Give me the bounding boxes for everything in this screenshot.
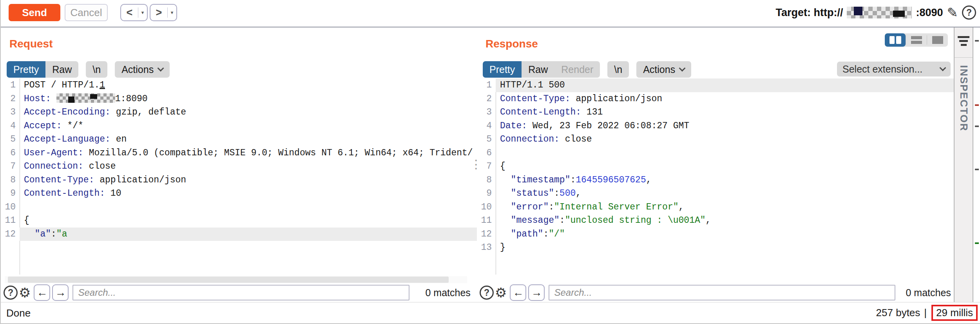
line-content[interactable]: HTTP/1.1 500: [496, 78, 954, 92]
line-number: 9: [477, 187, 496, 200]
search-help-icon[interactable]: [4, 286, 18, 300]
response-search-input[interactable]: [549, 285, 895, 300]
line-content[interactable]: User-Agent: Mozilla/5.0 (compatible; MSI…: [20, 146, 477, 160]
editor-line[interactable]: 8 "timestamp":1645596507625,: [477, 173, 954, 187]
request-horizontal-scrollbar[interactable]: [5, 276, 467, 283]
request-tab-raw[interactable]: Raw: [45, 61, 78, 78]
search-help-icon[interactable]: [480, 286, 494, 300]
editor-line[interactable]: 12 "path":"/": [477, 228, 954, 241]
search-prev-button[interactable]: [510, 284, 526, 301]
editor-line[interactable]: 4Date: Wed, 23 Feb 2022 06:08:27 GMT: [477, 119, 954, 133]
editor-line[interactable]: 2Content-Type: application/json: [477, 92, 954, 106]
search-next-button[interactable]: [528, 284, 545, 301]
columns-layout-icon: [889, 36, 895, 44]
request-panel: Request Pretty Raw \n Actions 1POST / HT…: [1, 27, 477, 302]
request-tab-newline[interactable]: \n: [86, 61, 107, 78]
response-editor[interactable]: 1HTTP/1.1 5002Content-Type: application/…: [477, 78, 954, 275]
line-content[interactable]: {: [496, 160, 954, 173]
editor-line[interactable]: 6: [477, 146, 954, 160]
editor-line[interactable]: 6User-Agent: Mozilla/5.0 (compatible; MS…: [1, 146, 477, 160]
line-content[interactable]: {: [20, 214, 477, 228]
editor-line[interactable]: 7{: [477, 160, 954, 173]
editor-line[interactable]: 8Content-Type: application/json: [1, 173, 477, 187]
line-content[interactable]: Content-Type: application/json: [496, 92, 954, 106]
back-request-button[interactable]: [120, 4, 148, 21]
request-tab-pretty[interactable]: Pretty: [7, 61, 45, 78]
select-extension-dropdown[interactable]: Select extension...: [837, 62, 951, 76]
send-button[interactable]: Send: [9, 4, 60, 21]
line-content[interactable]: Content-Length: 10: [20, 187, 477, 200]
editor-line[interactable]: 5Connection: close: [477, 133, 954, 146]
editor-line[interactable]: 1HTTP/1.1 500: [477, 78, 954, 92]
editor-line[interactable]: 2Host: 1:8090: [1, 92, 477, 106]
search-settings-icon[interactable]: [495, 286, 507, 299]
chevron-down-icon: [158, 65, 164, 72]
editor-line[interactable]: 12 "a":"a: [1, 228, 477, 241]
line-content[interactable]: [20, 200, 477, 214]
editor-line[interactable]: 1POST / HTTP/1.1: [1, 78, 477, 92]
search-settings-icon[interactable]: [19, 286, 31, 299]
line-content[interactable]: [496, 146, 954, 160]
editor-line[interactable]: 11 "message":"unclosed string : \u001A",: [477, 214, 954, 228]
line-content[interactable]: "a":"a: [20, 228, 477, 241]
response-tab-newline[interactable]: \n: [607, 61, 629, 78]
line-content[interactable]: Accept-Encoding: gzip, deflate: [20, 106, 477, 119]
editor-line[interactable]: 5Accept-Language: en: [1, 133, 477, 146]
editor-line[interactable]: 9Content-Length: 10: [1, 187, 477, 200]
forward-request-button[interactable]: [150, 4, 177, 21]
search-prev-button[interactable]: [34, 284, 50, 301]
cancel-button[interactable]: Cancel: [65, 4, 108, 21]
editor-line[interactable]: 3Accept-Encoding: gzip, deflate: [1, 106, 477, 119]
inspector-tab[interactable]: INSPECTOR: [958, 65, 970, 131]
columns-layout-button[interactable]: [885, 33, 906, 47]
line-content[interactable]: Accept-Language: en: [20, 133, 477, 146]
editor-line[interactable]: 11{: [1, 214, 477, 228]
request-actions-button[interactable]: Actions: [115, 61, 170, 78]
line-content[interactable]: Host: 1:8090: [20, 92, 477, 106]
editor-line[interactable]: 13}: [477, 241, 954, 255]
line-content[interactable]: Content-Length: 131: [496, 106, 954, 119]
line-content[interactable]: "timestamp":1645596507625,: [496, 173, 954, 187]
editor-line[interactable]: 7Connection: close: [1, 160, 477, 173]
inspector-collapse-icon[interactable]: [955, 36, 973, 46]
line-content[interactable]: Content-Type: application/json: [20, 173, 477, 187]
back-dropdown-icon[interactable]: [138, 10, 147, 15]
response-tab-raw[interactable]: Raw: [522, 61, 554, 78]
line-content[interactable]: Connection: close: [496, 133, 954, 146]
line-content[interactable]: }: [496, 241, 954, 255]
forward-dropdown-icon[interactable]: [168, 10, 176, 15]
line-number: 7: [477, 160, 496, 173]
forward-icon[interactable]: [150, 7, 167, 19]
response-search-bar: 0 matches: [477, 284, 954, 301]
request-match-count: 0 matches: [425, 287, 470, 299]
line-number: 8: [477, 173, 496, 187]
line-content[interactable]: "status":500,: [496, 187, 954, 200]
line-content[interactable]: Date: Wed, 23 Feb 2022 06:08:27 GMT: [496, 119, 954, 133]
editor-line[interactable]: 10: [1, 200, 477, 214]
response-actions-button[interactable]: Actions: [636, 61, 691, 78]
line-content[interactable]: "message":"unclosed string : \u001A",: [496, 214, 954, 228]
scrollbar-thumb[interactable]: [8, 277, 449, 283]
search-next-button[interactable]: [52, 284, 69, 301]
line-content[interactable]: POST / HTTP/1.1: [20, 78, 477, 92]
line-number: 11: [477, 214, 496, 228]
line-content[interactable]: "error":"Internal Server Error",: [496, 200, 954, 214]
rows-layout-button[interactable]: [906, 33, 927, 47]
edit-target-icon[interactable]: [947, 6, 958, 19]
response-tab-pretty[interactable]: Pretty: [483, 61, 522, 78]
line-content[interactable]: "path":"/": [496, 228, 954, 241]
line-number: 12: [1, 228, 20, 241]
line-content[interactable]: Connection: close: [20, 160, 477, 173]
single-layout-button[interactable]: [927, 33, 948, 47]
request-editor[interactable]: 1POST / HTTP/1.12Host: 1:80903Accept-Enc…: [1, 78, 477, 275]
editor-line[interactable]: 10 "error":"Internal Server Error",: [477, 200, 954, 214]
editor-line[interactable]: 4Accept: */*: [1, 119, 477, 133]
back-icon[interactable]: [121, 7, 138, 19]
line-content[interactable]: Accept: */*: [20, 119, 477, 133]
editor-line[interactable]: 9 "status":500,: [477, 187, 954, 200]
columns-layout-icon: [896, 36, 901, 44]
request-search-input[interactable]: [72, 285, 409, 300]
text-cursor: [100, 88, 105, 89]
help-icon[interactable]: [962, 5, 976, 20]
editor-line[interactable]: 3Content-Length: 131: [477, 106, 954, 119]
